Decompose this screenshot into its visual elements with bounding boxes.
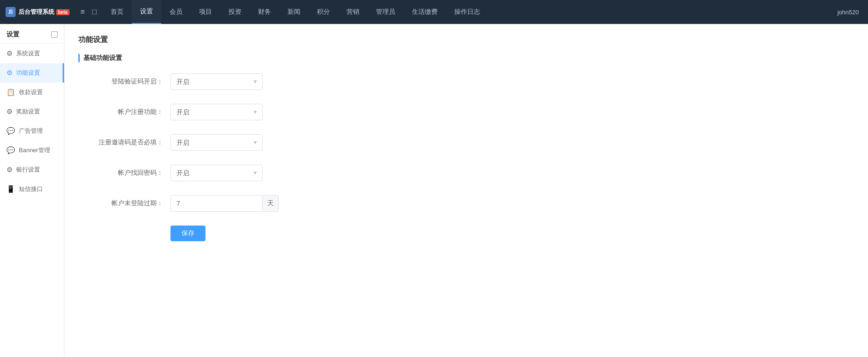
section-title: 基础功能设置 bbox=[78, 54, 854, 62]
nav-item-op-log[interactable]: 操作日志 bbox=[446, 0, 488, 24]
ads-management-icon: 💬 bbox=[6, 127, 15, 135]
function-settings-icon: ⚙ bbox=[6, 69, 12, 77]
nav-item-invest[interactable]: 投资 bbox=[220, 0, 250, 24]
sidebar-item-function-label: 功能设置 bbox=[16, 69, 40, 77]
form-row-password: 帐户找回密码： 开启 关闭 ▼ bbox=[78, 165, 854, 181]
sidebar-item-bank-label: 银行设置 bbox=[16, 166, 40, 174]
label-invitecode: 注册邀请码是否必填： bbox=[78, 138, 170, 147]
sidebar-item-payment[interactable]: 📋 收款设置 bbox=[0, 83, 64, 102]
sidebar-title: 设置 bbox=[6, 30, 19, 39]
select-captcha[interactable]: 开启 关闭 bbox=[170, 73, 263, 90]
nav-item-news[interactable]: 新闻 bbox=[279, 0, 309, 24]
control-expiry: 天 bbox=[170, 195, 279, 212]
input-with-suffix-expiry: 天 bbox=[170, 195, 279, 212]
label-register: 帐户注册功能： bbox=[78, 108, 170, 116]
control-save: 保存 bbox=[170, 226, 205, 241]
sidebar: 设置 ⚙ 系统设置 ⚙ 功能设置 📋 收款设置 ⚙ 奖励设置 💬 广告管理 💬 … bbox=[0, 24, 65, 357]
logo-icon: 后 bbox=[6, 7, 16, 17]
sidebar-item-sms-label: 短信接口 bbox=[19, 185, 43, 193]
system-settings-icon: ⚙ bbox=[6, 49, 12, 58]
main-content: 功能设置 基础功能设置 登陆验证码开启： 开启 关闭 ▼ bbox=[65, 24, 868, 357]
control-invitecode: 开启 关闭 ▼ bbox=[170, 134, 263, 151]
sidebar-item-banner-label: Banner管理 bbox=[19, 146, 50, 155]
sidebar-item-sms[interactable]: 📱 短信接口 bbox=[0, 179, 64, 199]
select-wrapper-captcha: 开启 关闭 ▼ bbox=[170, 73, 263, 90]
label-password: 帐户找回密码： bbox=[78, 169, 170, 177]
form-row-save: 保存 bbox=[78, 226, 854, 241]
nav-item-member[interactable]: 会员 bbox=[161, 0, 191, 24]
nav-item-project[interactable]: 项目 bbox=[191, 0, 220, 24]
sidebar-item-ads-label: 广告管理 bbox=[19, 127, 43, 135]
sidebar-item-function[interactable]: ⚙ 功能设置 bbox=[0, 63, 64, 83]
navbar: 后 后台管理系统 beta ≡ □ 首页 设置 会员 项目 投资 财务 新闻 积… bbox=[0, 0, 868, 24]
sidebar-item-ads[interactable]: 💬 广告管理 bbox=[0, 121, 64, 141]
nav-item-finance[interactable]: 财务 bbox=[250, 0, 279, 24]
nav-item-admin[interactable]: 管理员 bbox=[368, 0, 404, 24]
sidebar-item-reward-label: 奖励设置 bbox=[16, 107, 40, 116]
banner-management-icon: 💬 bbox=[6, 146, 15, 155]
save-button[interactable]: 保存 bbox=[170, 226, 205, 241]
nav-item-points[interactable]: 积分 bbox=[309, 0, 338, 24]
form-row-expiry: 帐户未登陆过期： 天 bbox=[78, 195, 854, 212]
label-captcha: 登陆验证码开启： bbox=[78, 77, 170, 86]
content-area: 功能设置 基础功能设置 登陆验证码开启： 开启 关闭 ▼ bbox=[65, 24, 868, 357]
layout: 设置 ⚙ 系统设置 ⚙ 功能设置 📋 收款设置 ⚙ 奖励设置 💬 广告管理 💬 … bbox=[0, 24, 868, 357]
menu-icon[interactable]: ≡ bbox=[79, 6, 87, 18]
input-suffix-days: 天 bbox=[263, 195, 279, 212]
nav-item-marketing[interactable]: 营销 bbox=[338, 0, 368, 24]
nav-menu: 首页 设置 会员 项目 投资 财务 新闻 积分 营销 管理员 生活缴费 操作日志 bbox=[102, 0, 828, 24]
select-password[interactable]: 开启 关闭 bbox=[170, 165, 263, 181]
label-expiry: 帐户未登陆过期： bbox=[78, 199, 170, 208]
logo: 后 后台管理系统 beta bbox=[0, 7, 75, 17]
select-wrapper-invitecode: 开启 关闭 ▼ bbox=[170, 134, 263, 151]
square-icon[interactable]: □ bbox=[90, 6, 99, 18]
input-expiry[interactable] bbox=[170, 195, 263, 212]
navbar-icons: ≡ □ bbox=[75, 6, 102, 18]
control-captcha: 开启 关闭 ▼ bbox=[170, 73, 263, 90]
navbar-user: john520 bbox=[828, 9, 868, 16]
sidebar-header: 设置 bbox=[0, 24, 64, 44]
sidebar-item-system[interactable]: ⚙ 系统设置 bbox=[0, 44, 64, 63]
nav-item-settings[interactable]: 设置 bbox=[132, 0, 161, 24]
payment-settings-icon: 📋 bbox=[6, 88, 15, 96]
sidebar-collapse-icon[interactable] bbox=[51, 31, 58, 38]
bank-settings-icon: ⚙ bbox=[6, 166, 12, 174]
form-section: 登陆验证码开启： 开启 关闭 ▼ 帐户注册功能： bbox=[78, 73, 854, 264]
nav-item-home[interactable]: 首页 bbox=[102, 0, 132, 24]
select-wrapper-register: 开启 关闭 ▼ bbox=[170, 104, 263, 120]
beta-badge: beta bbox=[56, 9, 70, 15]
sidebar-item-banner[interactable]: 💬 Banner管理 bbox=[0, 141, 64, 160]
reward-settings-icon: ⚙ bbox=[6, 107, 12, 116]
control-password: 开启 关闭 ▼ bbox=[170, 165, 263, 181]
form-row-captcha: 登陆验证码开启： 开启 关闭 ▼ bbox=[78, 73, 854, 90]
select-invitecode[interactable]: 开启 关闭 bbox=[170, 134, 263, 151]
form-row-register: 帐户注册功能： 开启 关闭 ▼ bbox=[78, 104, 854, 120]
select-wrapper-password: 开启 关闭 ▼ bbox=[170, 165, 263, 181]
nav-item-life-pay[interactable]: 生活缴费 bbox=[404, 0, 446, 24]
logo-text: 后台管理系统 bbox=[18, 8, 54, 16]
control-register: 开启 关闭 ▼ bbox=[170, 104, 263, 120]
select-register[interactable]: 开启 关闭 bbox=[170, 104, 263, 120]
sidebar-item-system-label: 系统设置 bbox=[16, 49, 40, 58]
page-title: 功能设置 bbox=[78, 35, 854, 45]
sidebar-item-payment-label: 收款设置 bbox=[19, 88, 43, 96]
form-row-invitecode: 注册邀请码是否必填： 开启 关闭 ▼ bbox=[78, 134, 854, 151]
sms-interface-icon: 📱 bbox=[6, 185, 15, 193]
sidebar-item-reward[interactable]: ⚙ 奖励设置 bbox=[0, 102, 64, 121]
sidebar-item-bank[interactable]: ⚙ 银行设置 bbox=[0, 160, 64, 179]
